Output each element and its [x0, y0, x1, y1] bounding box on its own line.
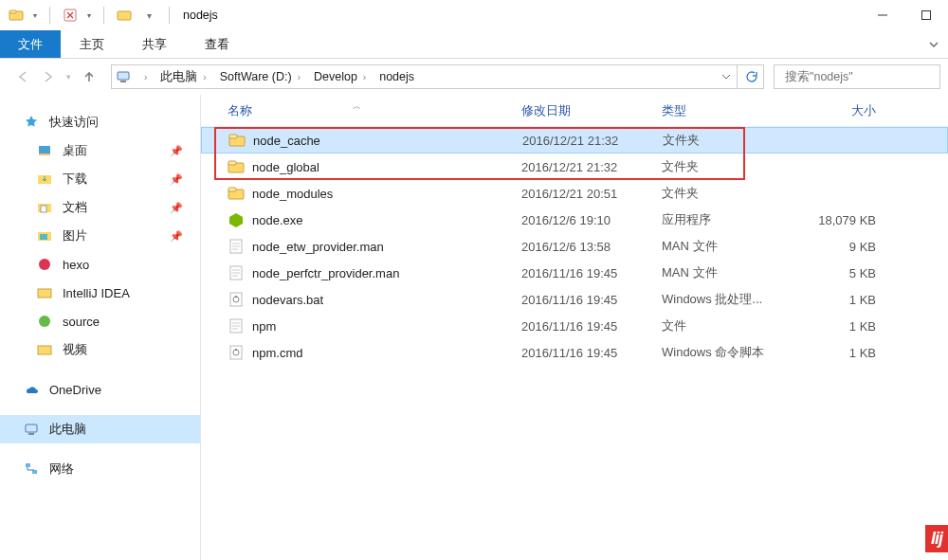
folder-small-icon[interactable]	[114, 5, 135, 26]
svg-rect-21	[26, 425, 37, 432]
file-date: 2016/12/21 21:32	[521, 160, 662, 174]
folder-icon	[228, 185, 245, 202]
file-name: node_global	[252, 160, 319, 174]
file-type: MAN 文件	[662, 238, 794, 255]
file-size: 18,079 KB	[794, 213, 904, 227]
minimize-button[interactable]	[861, 0, 904, 30]
breadcrumb-0[interactable]: 此电脑›	[156, 69, 215, 85]
sidebar-this-pc[interactable]: 此电脑	[0, 415, 200, 443]
sidebar-item-pictures[interactable]: 图片 📌	[0, 222, 200, 250]
up-button[interactable]	[81, 68, 98, 85]
pin-icon: 📌	[170, 173, 183, 186]
svg-rect-30	[228, 188, 236, 191]
file-name: npm.cmd	[252, 346, 302, 360]
file-type: 文件夹	[663, 132, 795, 149]
qat-dropdown-icon[interactable]: ▾	[30, 11, 40, 20]
svg-rect-18	[38, 289, 51, 298]
tab-share[interactable]: 共享	[123, 30, 186, 58]
sidebar-item-desktop[interactable]: 桌面 📌	[0, 136, 200, 165]
history-dropdown-icon[interactable]: ▾	[66, 72, 71, 81]
file-type: 文件夹	[662, 185, 794, 202]
refresh-button[interactable]	[738, 64, 764, 89]
file-date: 2016/12/21 20:51	[521, 187, 662, 201]
qat-dropdown-2-icon[interactable]: ▾	[84, 11, 94, 20]
col-header-size[interactable]: 大小	[794, 102, 904, 119]
svg-rect-16	[40, 234, 47, 240]
col-header-type[interactable]: 类型	[662, 102, 794, 119]
properties-icon[interactable]	[60, 5, 81, 26]
file-row[interactable]: node_modules2016/12/21 20:51文件夹	[201, 180, 948, 207]
bat-icon	[228, 344, 245, 361]
svg-rect-24	[32, 470, 37, 474]
qat-customize-icon[interactable]: ▾	[138, 5, 159, 26]
svg-rect-5	[922, 11, 931, 20]
search-box[interactable]	[774, 64, 940, 89]
file-date: 2016/11/16 19:45	[521, 293, 662, 307]
file-row[interactable]: npm2016/11/16 19:45文件1 KB	[201, 313, 948, 339]
svg-rect-49	[235, 349, 237, 351]
file-row[interactable]: node_perfctr_provider.man2016/11/16 19:4…	[201, 260, 948, 286]
file-type: Windows 命令脚本	[662, 344, 794, 361]
file-row[interactable]: nodevars.bat2016/11/16 19:45Windows 批处理.…	[201, 286, 948, 313]
ribbon: 文件 主页 共享 查看	[0, 30, 948, 59]
file-name: node.exe	[252, 213, 303, 227]
sidebar-item-intellij[interactable]: IntelliJ IDEA	[0, 279, 200, 307]
sidebar-item-hexo[interactable]: hexo	[0, 250, 200, 279]
svg-marker-31	[229, 213, 243, 227]
folder-icon	[36, 284, 53, 301]
folder-icon	[6, 5, 27, 26]
address-bar[interactable]: › 此电脑› SoftWare (D:)› Develop› nodejs	[111, 64, 738, 89]
breadcrumb-1[interactable]: SoftWare (D:)›	[216, 70, 310, 83]
sidebar-item-videos[interactable]: 视频	[0, 335, 200, 364]
file-size: 9 KB	[794, 240, 904, 254]
sidebar-item-downloads[interactable]: 下载 📌	[0, 165, 200, 193]
search-input[interactable]	[785, 70, 934, 83]
window-controls	[861, 0, 948, 30]
content: 名称 ︿ 修改日期 类型 大小 node_cache2016/12/21 21:…	[201, 95, 948, 560]
svg-rect-6	[118, 72, 129, 80]
svg-rect-22	[28, 433, 34, 435]
file-type: 应用程序	[662, 211, 794, 228]
svg-rect-23	[26, 463, 30, 467]
svg-rect-20	[38, 346, 51, 354]
sidebar-network[interactable]: 网络	[0, 455, 200, 483]
file-size: 1 KB	[794, 319, 904, 334]
nodeexe-icon	[228, 211, 245, 228]
tab-view[interactable]: 查看	[186, 30, 248, 58]
ribbon-expand-icon[interactable]	[920, 30, 948, 58]
breadcrumb-2[interactable]: Develop›	[310, 70, 375, 83]
download-icon	[36, 171, 53, 188]
sidebar-item-documents[interactable]: 文档 📌	[0, 193, 200, 222]
pin-icon: 📌	[170, 145, 183, 157]
svg-rect-42	[235, 296, 237, 298]
file-row[interactable]: node.exe2016/12/6 19:10应用程序18,079 KB	[201, 207, 948, 233]
col-header-name[interactable]: 名称 ︿	[201, 102, 521, 119]
sidebar-item-source[interactable]: source	[0, 307, 200, 335]
breadcrumb-3[interactable]: nodejs	[375, 70, 418, 83]
address-dropdown-icon[interactable]	[716, 72, 737, 81]
svg-rect-3	[118, 11, 131, 20]
tab-home[interactable]: 主页	[61, 30, 123, 58]
sidebar: 快速访问 桌面 📌 下载 📌 文档 📌 图片 📌 hexo Int	[0, 95, 201, 560]
pin-icon: 📌	[170, 202, 183, 214]
file-name: node_perfctr_provider.man	[252, 266, 399, 280]
window-title: nodejs	[179, 9, 218, 22]
file-row[interactable]: node_global2016/12/21 21:32文件夹	[201, 154, 948, 180]
breadcrumb-sep[interactable]: ›	[135, 72, 156, 82]
back-button[interactable]	[13, 68, 30, 85]
file-type: 文件夹	[662, 158, 794, 175]
file-row[interactable]: node_cache2016/12/21 21:32文件夹	[201, 127, 948, 154]
col-header-date[interactable]: 修改日期	[521, 102, 662, 119]
file-row[interactable]: npm.cmd2016/11/16 19:45Windows 命令脚本1 KB	[201, 339, 948, 366]
file-row[interactable]: node_etw_provider.man2016/12/6 13:58MAN …	[201, 233, 948, 260]
file-date: 2016/11/16 19:45	[521, 346, 662, 360]
file-name: nodevars.bat	[252, 293, 323, 307]
sort-indicator-icon: ︿	[353, 100, 361, 113]
forward-button[interactable]	[40, 68, 57, 85]
file-type: Windows 批处理...	[662, 291, 794, 308]
maximize-button[interactable]	[904, 0, 948, 30]
body: 快速访问 桌面 📌 下载 📌 文档 📌 图片 📌 hexo Int	[0, 95, 948, 560]
file-tab[interactable]: 文件	[0, 30, 61, 58]
sidebar-quick-access[interactable]: 快速访问	[0, 108, 200, 136]
sidebar-onedrive[interactable]: OneDrive	[0, 375, 200, 404]
